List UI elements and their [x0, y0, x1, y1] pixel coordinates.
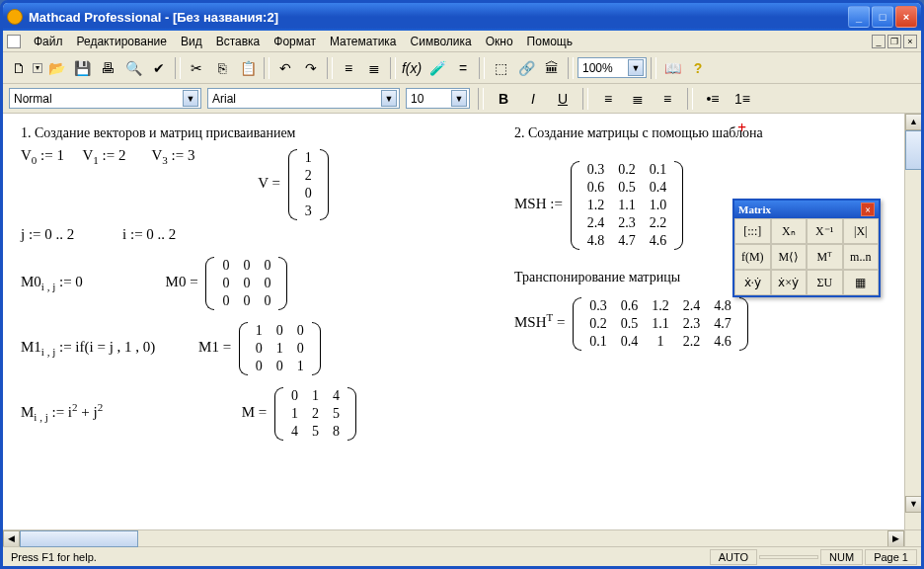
align-right-button[interactable]: ≡ [655, 87, 679, 111]
mdi-minimize-button[interactable]: _ [872, 35, 886, 48]
palette-button-4[interactable]: f(M) [734, 244, 771, 270]
paste-button[interactable]: 📋 [236, 56, 260, 80]
section-heading-1: 1. Создание векторов и матриц присваиван… [21, 125, 475, 141]
underline-button[interactable]: U [551, 87, 575, 111]
palette-button-8[interactable]: ẋ·ẏ [734, 270, 771, 295]
bold-button[interactable]: B [492, 87, 515, 111]
matrix-M1: 100010001 [239, 322, 321, 375]
fontsize-combo[interactable]: 10 ▼ [406, 88, 470, 109]
titlebar[interactable]: Mathcad Professional - [Без названия:2] … [3, 3, 921, 31]
palette-button-0[interactable]: [:::] [734, 218, 771, 244]
print-preview-button[interactable]: 🔍 [121, 56, 145, 80]
align-button[interactable]: ≡ [337, 56, 360, 80]
document[interactable]: + 1. Создание векторов и матриц присваив… [3, 114, 904, 529]
align-left-button[interactable]: ≡ [596, 87, 620, 111]
palette-button-3[interactable]: |X| [843, 218, 880, 244]
palette-button-6[interactable]: Mᵀ [807, 244, 843, 270]
resource-center-button[interactable]: 📖 [660, 56, 684, 80]
style-value: Normal [14, 92, 183, 106]
chevron-down-icon[interactable]: ▼ [628, 59, 644, 76]
menu-file[interactable]: Файл [27, 33, 70, 50]
scroll-corner [904, 530, 921, 546]
app-icon [7, 9, 23, 25]
palette-close-button[interactable]: × [861, 203, 875, 216]
new-dropdown[interactable]: ▾ [33, 63, 42, 73]
palette-button-11[interactable]: ▦ [843, 270, 880, 295]
matrix-V: 1203 [288, 149, 329, 220]
component-button[interactable]: ⬚ [489, 56, 512, 80]
zoom-value: 100% [582, 61, 628, 75]
window-title: Mathcad Professional - [Без названия:2] [29, 10, 848, 25]
palette-button-10[interactable]: ΣU [807, 270, 843, 295]
toolbar-format: Normal ▼ Arial ▼ 10 ▼ B I U ≡ ≣ ≡ •≡ 1≡ [3, 84, 921, 114]
toolbar-standard: 🗋 ▾ 📂 💾 🖶 🔍 ✔ ✂ ⎘ 📋 ↶ ↷ ≡ ≣ f(x) 🧪 = ⬚ 🔗… [3, 52, 921, 84]
spellcheck-button[interactable]: ✔ [147, 56, 171, 80]
menu-symbolic[interactable]: Символика [404, 33, 479, 50]
status-num: NUM [820, 549, 863, 565]
numbering-button[interactable]: 1≡ [731, 87, 754, 111]
cursor-crosshair-icon: + [737, 120, 746, 137]
menu-help[interactable]: Помощь [520, 33, 579, 50]
scroll-up-button[interactable]: ▲ [905, 114, 921, 130]
menu-format[interactable]: Формат [267, 33, 323, 50]
save-button[interactable]: 💾 [70, 56, 94, 80]
chevron-down-icon[interactable]: ▼ [183, 90, 198, 107]
mdi-close-button[interactable]: × [903, 35, 917, 48]
menu-math[interactable]: Математика [323, 33, 404, 50]
palette-grid: [:::]XₙX⁻¹|X|f(M)M⟨⟩Mᵀm..nẋ·ẏẋ×ẏΣU▦ [734, 218, 879, 295]
help-button[interactable]: ? [686, 56, 710, 80]
menu-insert[interactable]: Вставка [209, 33, 268, 50]
font-combo[interactable]: Arial ▼ [207, 88, 400, 109]
open-button[interactable]: 📂 [44, 56, 68, 80]
hyperlink-button[interactable]: 🔗 [514, 56, 538, 80]
fx-button[interactable]: f(x) [400, 56, 424, 80]
calc-button[interactable]: = [451, 56, 475, 80]
hscroll-thumb[interactable] [20, 530, 138, 547]
align-center-button[interactable]: ≣ [626, 87, 650, 111]
scroll-down-button[interactable]: ▼ [905, 496, 921, 513]
section-heading-2: 2. Создание матрицы с помощью шаблона [514, 125, 771, 141]
chevron-down-icon[interactable]: ▼ [451, 90, 467, 107]
matrix-MSH: 0.30.20.10.60.50.41.21.11.02.42.32.24.84… [571, 161, 684, 250]
new-button[interactable]: 🗋 [7, 56, 31, 80]
undo-button[interactable]: ↶ [273, 56, 297, 80]
status-text: Press F1 for help. [7, 551, 708, 563]
fontsize-value: 10 [411, 92, 451, 106]
scroll-right-button[interactable]: ▶ [887, 530, 904, 547]
palette-title[interactable]: Matrix × [734, 201, 879, 218]
menu-view[interactable]: Вид [174, 33, 209, 50]
close-button[interactable]: × [895, 6, 917, 28]
scroll-thumb[interactable] [905, 130, 921, 170]
align2-button[interactable]: ≣ [362, 56, 386, 80]
palette-button-9[interactable]: ẋ×ẏ [771, 270, 808, 295]
palette-button-5[interactable]: M⟨⟩ [771, 244, 808, 270]
mdi-doc-icon[interactable] [7, 35, 21, 48]
copy-button[interactable]: ⎘ [210, 56, 234, 80]
palette-button-1[interactable]: Xₙ [771, 218, 808, 244]
cut-button[interactable]: ✂ [185, 56, 208, 80]
print-button[interactable]: 🖶 [96, 56, 119, 80]
status-auto: AUTO [710, 549, 757, 565]
matrix-palette[interactable]: Matrix × [:::]XₙX⁻¹|X|f(M)M⟨⟩Mᵀm..nẋ·ẏx… [732, 199, 881, 297]
menu-edit[interactable]: Редактирование [70, 33, 174, 50]
style-combo[interactable]: Normal ▼ [9, 88, 201, 109]
scroll-left-button[interactable]: ◀ [3, 530, 20, 547]
unit-button[interactable]: 🧪 [425, 56, 449, 80]
status-page: Page 1 [865, 549, 917, 565]
zoom-combo[interactable]: 100% ▼ [578, 57, 647, 78]
app-window: Mathcad Professional - [Без названия:2] … [0, 0, 924, 569]
palette-button-2[interactable]: X⁻¹ [807, 218, 843, 244]
menu-window[interactable]: Окно [479, 33, 520, 50]
horizontal-scrollbar[interactable]: ◀ ▶ [3, 529, 921, 546]
component2-button[interactable]: 🏛 [540, 56, 564, 80]
chevron-down-icon[interactable]: ▼ [381, 90, 397, 107]
matrix-M: 014125458 [274, 387, 356, 441]
mdi-restore-button[interactable]: ❐ [887, 35, 901, 48]
redo-button[interactable]: ↷ [299, 56, 323, 80]
italic-button[interactable]: I [521, 87, 545, 111]
bullets-button[interactable]: •≡ [701, 87, 725, 111]
minimize-button[interactable]: _ [848, 6, 870, 28]
maximize-button[interactable]: □ [872, 6, 893, 28]
vertical-scrollbar[interactable]: ▲ ▼ [904, 114, 921, 529]
palette-button-7[interactable]: m..n [843, 244, 880, 270]
